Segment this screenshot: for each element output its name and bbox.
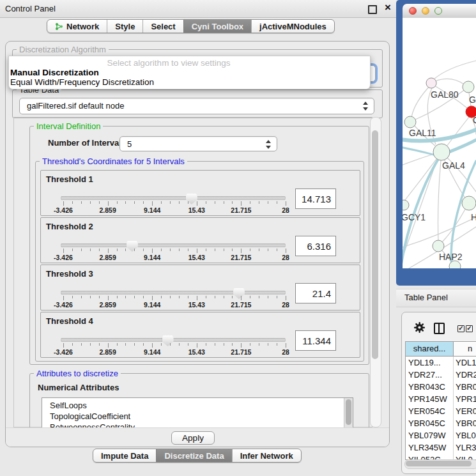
column-header-shared-name[interactable]: shared... (406, 342, 454, 356)
tick-label: 2.859 (89, 348, 127, 356)
threshold-3-value-field[interactable]: 21.4 (295, 283, 336, 303)
network-edge[interactable] (434, 61, 476, 79)
table-row[interactable]: YPR145WYPR1 (406, 393, 476, 405)
network-edge[interactable] (411, 84, 432, 118)
tick-mark (108, 343, 109, 348)
table-hscrollbar-thumb[interactable] (406, 461, 472, 466)
tab-discretize-data[interactable]: Discretize Data (156, 449, 231, 462)
table-row[interactable]: YLR345WYLR3 (406, 441, 476, 454)
tab-jactivemnodules[interactable]: jActiveMNodules (251, 20, 334, 33)
combo-arrows-icon (266, 139, 271, 150)
tick-label: 2.859 (89, 254, 127, 261)
tick-label: 21.715 (222, 348, 260, 356)
tick-mark (250, 343, 250, 346)
tab-label: Impute Data (101, 451, 148, 461)
tick-mark (268, 201, 268, 204)
tick-mark (179, 296, 180, 298)
network-edge[interactable] (435, 79, 464, 84)
table-row[interactable]: YBR045CYBR0 (406, 417, 476, 429)
zoom-window-icon[interactable] (434, 7, 442, 15)
column-header-name[interactable]: n (454, 342, 476, 356)
tab-select[interactable]: Select (142, 20, 183, 33)
tick-mark (90, 201, 91, 204)
control-panel-tab-bar: NetworkStyleSelectCyni ToolboxjActiveMNo… (47, 19, 335, 33)
slider-track[interactable] (61, 243, 286, 247)
tick-label: 15.43 (178, 254, 216, 261)
list-scrollbar[interactable] (344, 398, 353, 429)
tick-label: -3.426 (44, 348, 82, 356)
tick-label: 21.715 (222, 301, 260, 309)
network-node[interactable] (426, 78, 436, 88)
table-row[interactable]: YIL052CYIL0 (406, 454, 476, 459)
tick-mark (152, 343, 153, 348)
gear-icon[interactable] (414, 322, 425, 333)
list-scrollbar-thumb[interactable] (346, 399, 351, 425)
tick-mark (188, 296, 188, 298)
threshold-4-value-field[interactable]: 11.344 (295, 330, 336, 351)
popup-option-equal-width-frequency-discretization[interactable]: Equal Width/Frequency Discretization (10, 77, 154, 87)
slider-thumb[interactable] (233, 288, 245, 299)
table-row[interactable]: YBR043CYBR0 (406, 381, 476, 393)
algorithm-dropdown-popup: Select algorithm to view settings Manual… (8, 56, 371, 89)
slider-track[interactable] (61, 196, 286, 200)
checkbox-icon[interactable] (457, 325, 464, 332)
panel-scrollbar-thumb[interactable] (372, 130, 378, 359)
tab-infer-network[interactable]: Infer Network (232, 449, 301, 462)
network-window-titlebar[interactable] (403, 4, 476, 19)
table-data-group: Table Data galFiltered.sif default node (12, 89, 383, 118)
network-edge[interactable] (438, 160, 441, 241)
number-of-intervals-select[interactable]: 5 (119, 136, 277, 151)
cell-name: YER0 (454, 405, 476, 417)
float-panel-icon[interactable] (368, 5, 377, 14)
tick-mark (117, 249, 118, 251)
group-title-thresholds: Threshold's Coordinates for 5 Intervals (40, 157, 187, 166)
threshold-panel-2: Threshold 2-3.4262.8599.14415.4321.71528… (40, 217, 360, 263)
checkbox-icon[interactable] (466, 325, 473, 332)
network-node[interactable] (403, 200, 409, 210)
slider-track[interactable] (61, 291, 286, 295)
node-label: GA (469, 95, 476, 105)
table-row[interactable]: YDL19...YDL1 (406, 357, 476, 369)
minimize-window-icon[interactable] (422, 7, 429, 15)
network-node[interactable] (433, 240, 444, 252)
network-canvas[interactable]: GAL80GACGAL11GAL4GCY1HHAP2 (403, 18, 476, 268)
tick-label: 21.715 (222, 254, 260, 261)
node-table: shared... n YDL19...YDL1YDR27...YDR2YBR0… (405, 341, 476, 460)
table-row[interactable]: YBL079WYBL0 (406, 429, 476, 441)
table-panel-header: Table Panel (396, 289, 476, 307)
close-panel-icon[interactable]: × (385, 1, 391, 14)
list-item-selfloops[interactable]: SelfLoops (42, 400, 353, 411)
close-window-icon[interactable] (409, 7, 417, 15)
cell-name: YLR3 (454, 441, 476, 454)
apply-button[interactable]: Apply (171, 431, 215, 445)
table-data-select[interactable]: galFiltered.sif default node (19, 98, 374, 114)
tab-impute-data[interactable]: Impute Data (93, 449, 156, 462)
tab-style[interactable]: Style (107, 20, 142, 33)
network-edge[interactable] (403, 154, 434, 167)
network-node[interactable] (433, 144, 450, 160)
tick-mark (241, 201, 242, 206)
list-item-topologicalcoefficient[interactable]: TopologicalCoefficient (42, 411, 353, 422)
network-node[interactable] (463, 81, 474, 93)
tab-cyni-toolbox[interactable]: Cyni Toolbox (183, 20, 251, 33)
tab-label: Style (115, 22, 135, 31)
cell-shared-name: YBL079W (406, 429, 454, 441)
numerical-attributes-list[interactable]: SelfLoopsTopologicalCoefficientBetweenne… (42, 397, 353, 429)
threshold-1-value-field[interactable]: 14.713 (295, 188, 336, 209)
slider-thumb[interactable] (127, 241, 138, 252)
table-row[interactable]: YER054CYER0 (406, 405, 476, 417)
network-node[interactable] (404, 116, 416, 128)
table-hscrollbar[interactable] (404, 459, 476, 469)
table-row[interactable]: YDR27...YDR2 (406, 369, 476, 381)
slider-thumb[interactable] (162, 335, 174, 346)
network-node[interactable] (462, 196, 476, 210)
tab-network[interactable]: Network (47, 20, 107, 33)
panel-scrollbar[interactable] (370, 117, 381, 427)
control-panel-titlebar: Control Panel × (0, 0, 396, 18)
tick-mark (232, 201, 233, 204)
threshold-2-value-field[interactable]: 6.316 (295, 236, 336, 256)
popup-option-manual-discretization[interactable]: Manual Discretization (10, 68, 99, 77)
tick-label: -3.426 (44, 254, 82, 261)
network-edge-highlighted[interactable] (403, 146, 436, 155)
column-layout-icon[interactable] (434, 323, 445, 334)
